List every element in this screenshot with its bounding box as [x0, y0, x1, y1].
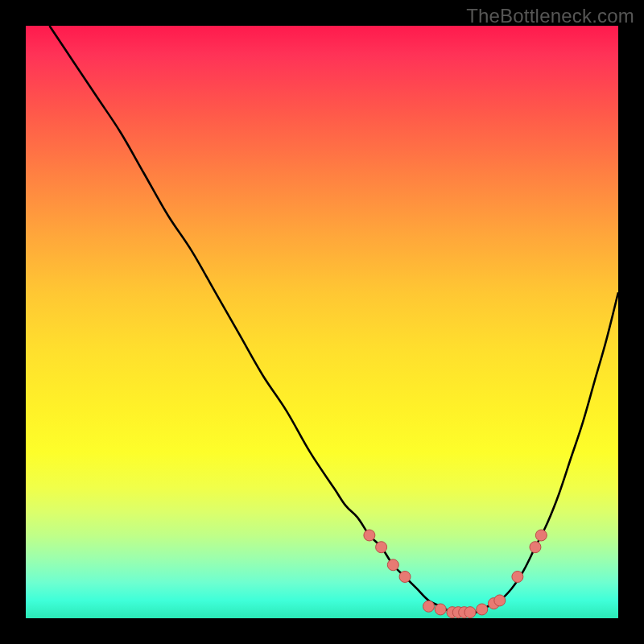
- marker-dot: [387, 559, 398, 571]
- marker-dot: [494, 595, 506, 606]
- bottleneck-curve: [49, 26, 618, 613]
- marker-dot: [477, 604, 488, 615]
- chart-container: TheBottleneck.com: [0, 0, 644, 644]
- marker-dot: [530, 542, 541, 553]
- marker-dot: [399, 571, 411, 582]
- marker-dot: [512, 571, 523, 582]
- marker-dot: [364, 530, 375, 541]
- marker-dot: [435, 604, 446, 615]
- marker-dot: [423, 601, 434, 612]
- watermark-text: TheBottleneck.com: [466, 5, 634, 27]
- curve-svg: [26, 26, 618, 618]
- marker-dot: [535, 530, 547, 541]
- marker-dot: [464, 607, 476, 618]
- curve-markers: [364, 530, 547, 618]
- plot-area: [26, 26, 618, 618]
- marker-dot: [376, 542, 387, 553]
